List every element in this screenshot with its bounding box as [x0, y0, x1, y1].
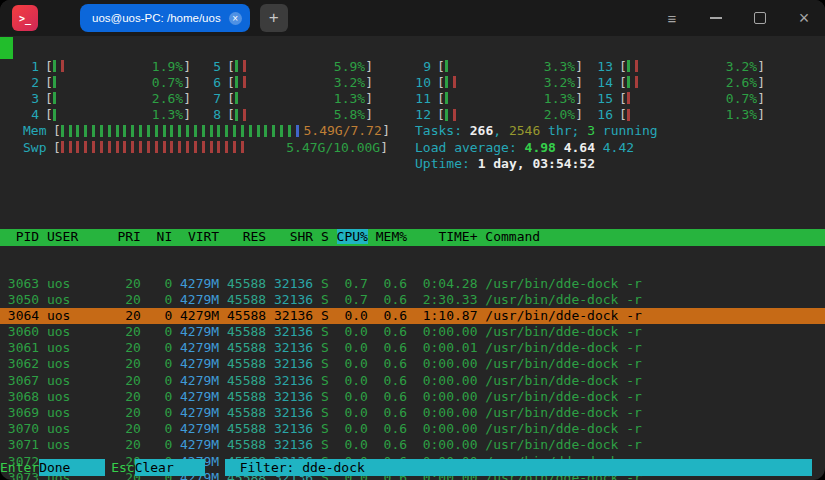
column-header-pid[interactable]: PID — [16, 229, 39, 244]
meter-bar — [186, 141, 189, 153]
meter-bar — [257, 125, 260, 137]
process-row-3071[interactable]: 3071 uos 20 0 4279M 45588 32136 S 0.0 0.… — [0, 437, 825, 453]
process-row-3062[interactable]: 3062 uos 20 0 4279M 45588 32136 S 0.0 0.… — [0, 356, 825, 372]
meter-bar — [210, 125, 213, 137]
tasks-count: 266 — [470, 123, 493, 138]
clear-button[interactable]: Clear — [135, 459, 205, 476]
meter-bar — [84, 125, 87, 137]
terminal-window: >_ uos@uos-PC: /home/uos × + ≡ × 1[1.9%]… — [0, 0, 825, 480]
process-row-3050[interactable]: 3050 uos 20 0 4279M 45588 32136 S 0.7 0.… — [0, 292, 825, 308]
titlebar: >_ uos@uos-PC: /home/uos × + ≡ × — [0, 0, 825, 36]
meter-bar — [53, 92, 56, 104]
cpu-meter-14: 14[2.6%] — [597, 74, 765, 90]
process-row-3064[interactable]: 3064 uos 20 0 4279M 45588 32136 S 0.0 0.… — [0, 308, 825, 324]
tab-title: uos@uos-PC: /home/uos — [92, 12, 221, 24]
tasks-sep: , — [493, 123, 509, 138]
meter-bar — [163, 141, 166, 153]
process-row-3067[interactable]: 3067 uos 20 0 4279M 45588 32136 S 0.0 0.… — [0, 373, 825, 389]
threads-count: 2546 — [509, 123, 540, 138]
table-header-row: PID USER PRI NI VIRT RES SHR S CPU% MEM%… — [0, 229, 825, 245]
meter-bar — [445, 76, 448, 88]
meter-bar — [202, 141, 205, 153]
cpu-meter-13: 13[3.2%] — [597, 58, 765, 74]
cpu-meter-16: 16[1.3%] — [597, 107, 765, 123]
process-row-3060[interactable]: 3060 uos 20 0 4279M 45588 32136 S 0.0 0.… — [0, 324, 825, 340]
meter-bar — [131, 125, 134, 137]
tasks-label: Tasks: — [415, 123, 470, 138]
meter-bar — [233, 125, 236, 137]
meter-bar — [186, 125, 189, 137]
table-rows: 3063 uos 20 0 4279M 45588 32136 S 0.7 0.… — [0, 276, 825, 480]
meter-bar — [225, 125, 228, 137]
meter-bar — [61, 60, 64, 72]
new-tab-button[interactable]: + — [260, 4, 288, 32]
meter-bar — [445, 92, 448, 104]
filter-display: Filter: dde-dock — [225, 459, 812, 476]
meter-bar — [170, 141, 173, 153]
tasks-line: Tasks: 266, 2546 thr; 3 running — [415, 123, 825, 139]
meter-bar — [235, 76, 238, 88]
uptime-line: Uptime: 1 day, 03:54:52 — [415, 155, 825, 171]
menu-icon[interactable]: ≡ — [663, 0, 681, 36]
column-header-s[interactable]: S — [321, 229, 329, 244]
esc-key-hint[interactable]: Esc — [111, 459, 134, 476]
column-header-user[interactable]: USER — [47, 229, 117, 244]
column-header-time[interactable]: TIME+ — [438, 229, 477, 244]
meter-bar — [69, 125, 72, 137]
minimize-icon — [710, 17, 722, 19]
enter-key-hint[interactable]: Enter — [0, 459, 39, 476]
load-average-line: Load average: 4.984.644.42 — [415, 139, 825, 155]
process-table: PID USER PRI NI VIRT RES SHR S CPU% MEM%… — [0, 199, 825, 480]
memory-meter: Mem[5.49G/7.72G] — [23, 123, 390, 139]
load-label: Load average: — [415, 140, 525, 155]
column-header-pri[interactable]: PRI — [117, 229, 140, 244]
column-header-command[interactable]: Command — [485, 229, 540, 244]
meter-bar — [243, 76, 246, 88]
column-header-shr[interactable]: SHR — [290, 229, 313, 244]
cursor-block — [0, 37, 13, 59]
meter-bar — [627, 109, 630, 121]
cpu-meter-8: 8[5.8%] — [205, 107, 373, 123]
process-row-3069[interactable]: 3069 uos 20 0 4279M 45588 32136 S 0.0 0.… — [0, 405, 825, 421]
done-button[interactable]: Done — [39, 459, 105, 476]
column-header-ni[interactable]: NI — [157, 229, 173, 244]
htop-header-area: 1[1.9%]5[5.9%]2[0.7%]6[3.2%]3[2.6%]7[1.3… — [0, 36, 825, 171]
meter-bar — [61, 125, 64, 137]
process-row-3061[interactable]: 3061 uos 20 0 4279M 45588 32136 S 0.0 0.… — [0, 340, 825, 356]
meter-bar — [241, 125, 244, 137]
tab-close-icon[interactable]: × — [229, 12, 242, 25]
meter-bar — [288, 125, 291, 137]
close-button[interactable]: × — [795, 0, 813, 36]
column-header-mem[interactable]: MEM% — [376, 229, 407, 244]
meter-bar — [147, 141, 150, 153]
cpu-meter-1: 1[1.9%] — [23, 58, 191, 74]
meter-bar — [155, 125, 158, 137]
meter-bar — [296, 125, 299, 137]
column-header-cpu[interactable]: CPU% — [337, 229, 368, 244]
meter-bar — [116, 141, 119, 153]
minimize-button[interactable] — [707, 0, 725, 36]
meters-left-column: 1[1.9%]5[5.9%]2[0.7%]6[3.2%]3[2.6%]7[1.3… — [0, 58, 402, 171]
htop-screen: 1[1.9%]5[5.9%]2[0.7%]6[3.2%]3[2.6%]7[1.3… — [0, 36, 825, 480]
meter-bar — [108, 125, 111, 137]
meter-bar — [217, 141, 220, 153]
process-row-3070[interactable]: 3070 uos 20 0 4279M 45588 32136 S 0.0 0.… — [0, 421, 825, 437]
function-bar-gap — [205, 459, 225, 476]
header-table-gap — [0, 171, 825, 199]
terminal-tab[interactable]: uos@uos-PC: /home/uos × — [80, 4, 250, 32]
column-header-virt[interactable]: VIRT — [188, 229, 219, 244]
cpu-meter-12: 12[2.0%] — [415, 107, 583, 123]
running-label: running — [595, 123, 658, 138]
meter-bar — [69, 141, 72, 153]
meter-bar — [243, 109, 246, 121]
maximize-button[interactable] — [751, 0, 769, 36]
cpu-meter-4: 4[1.3%] — [23, 107, 191, 123]
maximize-icon — [754, 12, 766, 24]
uptime-value: 1 day, 03:54:52 — [478, 156, 595, 171]
meter-bar — [61, 141, 64, 153]
process-row-3068[interactable]: 3068 uos 20 0 4279M 45588 32136 S 0.0 0.… — [0, 389, 825, 405]
column-header-res[interactable]: RES — [243, 229, 266, 244]
meter-bar — [233, 141, 236, 153]
meter-bar — [139, 141, 142, 153]
process-row-3063[interactable]: 3063 uos 20 0 4279M 45588 32136 S 0.7 0.… — [0, 276, 825, 292]
